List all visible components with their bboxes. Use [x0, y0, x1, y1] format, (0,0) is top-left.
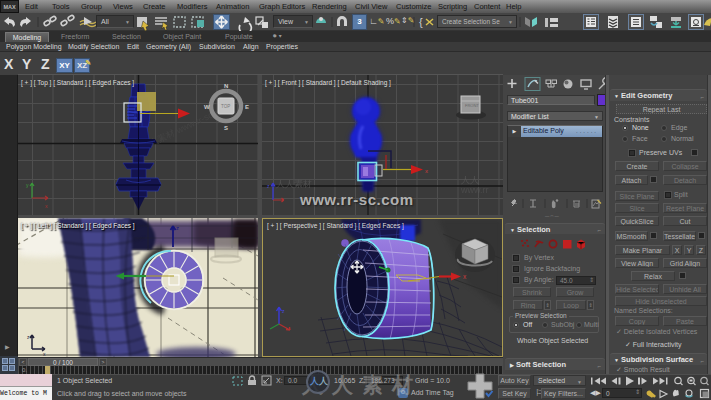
svg-text:{: { [419, 16, 423, 28]
svg-text:www.rr: www.rr [460, 185, 489, 195]
svg-text:N: N [224, 83, 228, 89]
svg-text:W: W [204, 104, 210, 110]
svg-text:S: S [224, 125, 228, 131]
svg-text:人人素材: 人人素材 [276, 179, 312, 189]
svg-text:z: z [176, 225, 179, 231]
svg-text:人人: 人人 [461, 175, 479, 185]
svg-text:TOP: TOP [221, 104, 230, 109]
svg-text:z: z [27, 334, 30, 340]
svg-text:FRONT: FRONT [465, 103, 479, 108]
svg-text:z: z [282, 308, 285, 314]
svg-text:y: y [26, 182, 29, 188]
svg-text:x: x [425, 168, 428, 174]
svg-text:x: x [45, 203, 48, 209]
svg-text:E: E [245, 104, 249, 110]
